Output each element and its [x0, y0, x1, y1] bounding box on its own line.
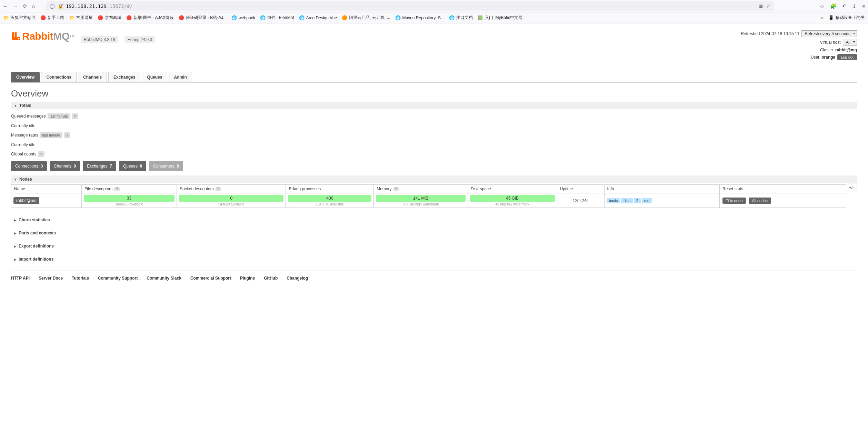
bookmark-item[interactable]: 📁常用网址 [69, 15, 93, 21]
caret-down-icon: ▼ [14, 178, 17, 181]
bookmark-item[interactable]: 🔴新增-图书 - AJAX阶段 [126, 15, 174, 21]
import-section-header[interactable]: ▶ Import definitions [11, 255, 857, 263]
reload-icon[interactable]: ⟳ [23, 3, 27, 9]
footer-link-server-docs[interactable]: Server Docs [39, 276, 63, 281]
count-badge-queues[interactable]: Queues: 0 [119, 161, 146, 171]
th-uptime[interactable]: Uptime [557, 185, 604, 193]
global-help-icon[interactable]: ? [38, 151, 44, 157]
bookmark-item[interactable]: 🌐Arco Design Vue [299, 15, 337, 20]
ports-section-header[interactable]: ▶ Ports and contexts [11, 229, 857, 237]
bookmark-label: Arco Design Vue [306, 16, 337, 20]
totals-section-header[interactable]: ▼ Totals [11, 102, 857, 109]
svg-rect-3 [18, 38, 19, 40]
queued-messages-label: Queued messages [11, 114, 46, 119]
th-fd[interactable]: File descriptors? [82, 185, 177, 193]
bookmark-item[interactable]: 📗入门_MyBatis中文网 [478, 15, 522, 21]
plus-minus-toggle[interactable]: +/- [846, 183, 857, 192]
bookmark-item[interactable]: 🌐webpack [231, 15, 255, 20]
footer-link-community-slack[interactable]: Community Slack [147, 276, 181, 281]
bookmark-icon: 🔴 [98, 15, 103, 20]
bookmark-icon: 🌐 [449, 15, 455, 20]
caret-down-icon: ▼ [14, 104, 17, 108]
bookmark-item[interactable]: 🔴新手上路 [40, 15, 64, 21]
extension-icon[interactable]: 🧩 [830, 3, 837, 9]
footer-link-tutorials[interactable]: Tutorials [72, 276, 89, 281]
count-badge-connections[interactable]: Connections: 0 [11, 161, 47, 171]
disk-bar: 45 GiB [470, 195, 555, 202]
footer-link-community-support[interactable]: Community Support [98, 276, 138, 281]
logout-button[interactable]: Log out [837, 54, 857, 60]
qr-icon[interactable]: ▦ [759, 3, 763, 9]
footer-link-changelog[interactable]: Changelog [287, 276, 308, 281]
menu-icon[interactable]: ≡ [862, 3, 865, 9]
star-icon[interactable]: ☆ [766, 3, 770, 9]
reset-this-node-button[interactable]: This node [722, 198, 746, 204]
rates-help-icon[interactable]: ? [64, 132, 70, 138]
th-disk[interactable]: Disk space [468, 185, 557, 193]
bookmark-label: 入门_MyBatis中文网 [485, 15, 522, 21]
th-sd[interactable]: Socket descriptors? [177, 185, 286, 193]
th-ep[interactable]: Erlang processes [286, 185, 374, 193]
tab-admin[interactable]: Admin [169, 72, 192, 82]
info-tag: disc [621, 198, 633, 203]
tab-channels[interactable]: Channels [78, 72, 107, 82]
bookmark-overflow-icon[interactable]: » [821, 15, 824, 21]
bookmark-icon: 🟠 [342, 15, 347, 20]
queued-range-pill[interactable]: last minute [48, 113, 70, 119]
rates-range-pill[interactable]: last minute [40, 132, 62, 138]
cluster-label: Cluster [820, 48, 833, 52]
fd-sub: 1048576 available [84, 202, 174, 206]
bookmark-item[interactable]: 🔴验证码登录 - B站-AJ... [179, 15, 227, 21]
bookmark-icon: 🌐 [231, 15, 237, 20]
download-icon[interactable]: ⤓ [852, 3, 857, 9]
nodes-section-header[interactable]: ▼ Nodes [11, 175, 857, 183]
bookmark-item[interactable]: 🌐Maven Repository: S... [395, 15, 444, 20]
refresh-interval-select[interactable]: Refresh every 5 seconds [801, 30, 857, 37]
tab-queues[interactable]: Queues [142, 72, 167, 82]
undo-icon[interactable]: ↶ [842, 3, 847, 9]
back-icon[interactable]: ← [3, 3, 8, 9]
tab-exchanges[interactable]: Exchanges [108, 72, 140, 82]
bookmark-item[interactable]: 📁火狐官方站点 [3, 15, 36, 21]
bookmark-item[interactable]: 🔴京东商城 [98, 15, 121, 21]
count-badge-consumers[interactable]: Consumers: 0 [149, 161, 183, 171]
mobile-bookmark[interactable]: 📱 移动设备上的书 [828, 15, 865, 21]
count-badge-channels[interactable]: Channels: 0 [50, 161, 80, 171]
export-section-header[interactable]: ▶ Export definitions [11, 242, 857, 250]
bookmark-item[interactable]: 🌐组件 | Element [260, 15, 294, 21]
mem-sub: 3.0 GiB high watermark [376, 202, 466, 206]
footer-link-commercial-support[interactable]: Commercial Support [190, 276, 231, 281]
footer-link-plugins[interactable]: Plugins [240, 276, 255, 281]
mobile-bookmark-label: 移动设备上的书 [836, 15, 865, 21]
fd-help-icon[interactable]: ? [114, 187, 120, 191]
tab-connections[interactable]: Connections [41, 72, 77, 82]
tab-overview[interactable]: Overview [11, 72, 40, 82]
th-mem[interactable]: Memory? [374, 185, 468, 193]
bookmark-icon: 🌐 [299, 15, 305, 20]
node-name[interactable]: rabbit@mq [13, 197, 39, 204]
user-label: User [811, 55, 819, 60]
count-badge-exchanges[interactable]: Exchanges: 7 [83, 161, 116, 171]
caret-right-icon: ▶ [14, 218, 17, 222]
address-bar[interactable]: ◯ 🔒̸ 192.168.21.129:15672/#/ ▦ ☆ [46, 1, 774, 11]
user-value: orange [821, 55, 835, 60]
logo-block: RabbitMQTM RabbitMQ 3.8.19 Erlang 24.0.3 [11, 30, 155, 43]
home-icon[interactable]: ⌂ [32, 3, 35, 9]
sd-help-icon[interactable]: ? [216, 187, 221, 191]
footer-link-github[interactable]: GitHub [264, 276, 278, 281]
th-info[interactable]: Info [604, 185, 719, 193]
reset-all-nodes-button[interactable]: All nodes [749, 198, 771, 204]
bookmark-item[interactable]: 🌐接口文档 [449, 15, 473, 21]
th-reset[interactable]: Reset stats [719, 185, 846, 193]
queued-help-icon[interactable]: ? [72, 113, 78, 119]
mem-help-icon[interactable]: ? [393, 187, 399, 191]
bookmark-item[interactable]: 🟠阿里云产品_云计算_... [342, 15, 390, 21]
rabbitmq-logo: RabbitMQTM [11, 30, 74, 42]
footer-link-http-api[interactable]: HTTP API [11, 276, 30, 281]
caret-right-icon: ▶ [14, 244, 17, 248]
bookmark-icon: 🌐 [260, 15, 266, 20]
th-name[interactable]: Name [11, 185, 82, 193]
account-icon[interactable]: ☺ [819, 3, 825, 9]
virtual-host-select[interactable]: All [843, 39, 857, 46]
churn-section-header[interactable]: ▶ Churn statistics [11, 216, 857, 224]
